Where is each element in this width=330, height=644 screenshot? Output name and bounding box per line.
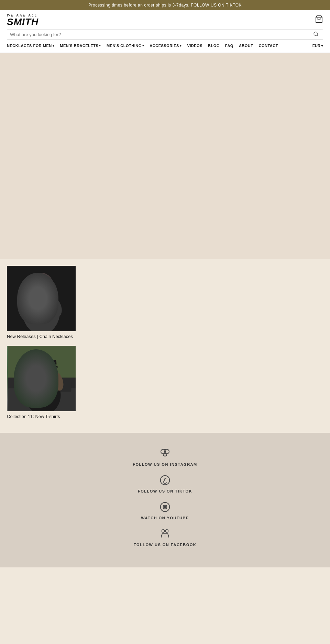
youtube-icon (158, 500, 172, 514)
svg-point-26 (165, 478, 166, 479)
instagram-label: FOLLOW US ON INSTAGRAM (133, 462, 197, 466)
search-icon (313, 31, 319, 37)
hero-banner (0, 53, 330, 259)
nav-item-faq[interactable]: FAQ (222, 42, 236, 49)
svg-point-13 (25, 376, 61, 411)
chevron-down-icon: ▾ (321, 44, 323, 48)
tiktok-label: FOLLOW US ON TIKTOK (138, 489, 192, 493)
nav-item-necklaces[interactable]: NECKLACES FOR MEN ▾ (7, 42, 57, 49)
youtube-label: WATCH ON YOUTUBE (141, 516, 189, 520)
svg-rect-14 (34, 392, 52, 403)
nav-item-contact[interactable]: CONTACT (256, 42, 281, 49)
necklace-image-svg (7, 266, 76, 331)
facebook-icon (158, 527, 172, 541)
announcement-bar: Processing times before an order ships i… (0, 0, 330, 10)
tshirt-image-svg (7, 346, 76, 411)
search-button[interactable] (312, 31, 320, 38)
social-item-facebook[interactable]: FOLLOW US ON FACEBOOK (7, 527, 323, 547)
cart-button[interactable] (315, 15, 323, 25)
search-input[interactable] (10, 32, 312, 37)
svg-point-19 (20, 370, 38, 392)
svg-point-5 (28, 273, 54, 304)
facebook-label: FOLLOW US ON FACEBOOK (134, 543, 196, 547)
svg-point-15 (31, 359, 55, 386)
collection-card-necklaces[interactable]: New Releases | Chain Necklaces (7, 266, 323, 339)
svg-rect-3 (7, 266, 76, 331)
collection-image-tshirts (7, 346, 76, 411)
nav: NECKLACES FOR MEN ▾ MEN'S BRACELETS ▾ ME… (7, 42, 323, 49)
cart-icon (315, 15, 323, 23)
nav-item-about[interactable]: ABOUT (236, 42, 256, 49)
chevron-down-icon: ▾ (99, 44, 101, 47)
logo[interactable]: WE ARE ALL SMITH (7, 14, 38, 27)
instagram-icon (158, 447, 172, 460)
search-bar (7, 30, 323, 39)
svg-point-7 (34, 293, 49, 302)
svg-rect-17 (30, 360, 56, 367)
nav-item-clothing[interactable]: MEN'S CLOTHING ▾ (104, 42, 147, 49)
currency-selector[interactable]: EUR ▾ (312, 44, 323, 48)
svg-point-1 (314, 32, 318, 36)
social-item-instagram[interactable]: FOLLOW US ON INSTAGRAM (7, 447, 323, 466)
collection-image-necklaces (7, 266, 76, 331)
nav-item-videos[interactable]: VIDEOS (184, 42, 205, 49)
svg-point-29 (162, 530, 165, 532)
social-item-tiktok[interactable]: FOLLOW US ON TIKTOK (7, 473, 323, 493)
tiktok-icon (158, 473, 172, 487)
nav-item-blog[interactable]: BLOG (205, 42, 222, 49)
svg-point-4 (22, 286, 60, 331)
svg-point-16 (30, 358, 56, 369)
nav-item-bracelets[interactable]: MEN'S BRACELETS ▾ (57, 42, 104, 49)
logo-main: SMITH (7, 17, 38, 27)
chevron-down-icon: ▾ (180, 44, 182, 47)
footer-social: FOLLOW US ON INSTAGRAM FOLLOW US ON TIKT… (0, 433, 330, 567)
svg-point-30 (165, 530, 168, 532)
collection-label-tshirts: Collection 11: New T-shirts (7, 414, 323, 419)
svg-line-2 (317, 35, 318, 36)
social-item-youtube[interactable]: WATCH ON YOUTUBE (7, 500, 323, 520)
collection-card-tshirts[interactable]: Collection 11: New T-shirts (7, 346, 323, 419)
chevron-down-icon: ▾ (142, 44, 144, 47)
header: WE ARE ALL SMITH NECKLACES FOR MEN ▾ M (0, 10, 330, 53)
chevron-down-icon: ▾ (53, 44, 55, 47)
svg-point-6 (31, 278, 52, 302)
content-area: New Releases | Chain Necklaces (0, 259, 330, 433)
svg-point-18 (28, 364, 58, 370)
announcement-text: Processing times before an order ships i… (88, 3, 242, 8)
nav-item-accessories[interactable]: ACCESSORIES ▾ (147, 42, 184, 49)
header-top: WE ARE ALL SMITH (7, 14, 323, 27)
collection-label-necklaces: New Releases | Chain Necklaces (7, 334, 323, 339)
